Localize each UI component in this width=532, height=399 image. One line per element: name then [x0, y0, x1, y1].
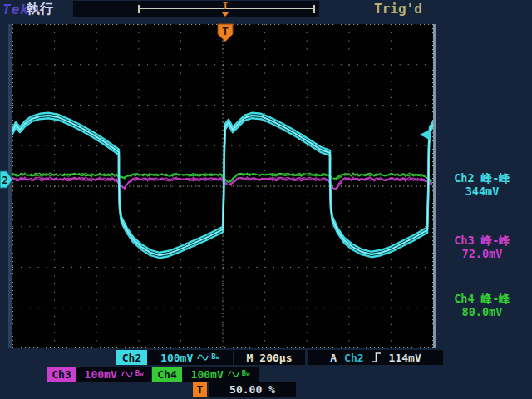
measurement-ch4-value: 80.0mV: [432, 305, 532, 318]
horizontal-trigger-position-readout: 50.00 %: [209, 382, 296, 397]
measurement-ch2-label: Ch2 峰-峰: [432, 171, 532, 185]
record-trigger-position-icon[interactable]: T: [219, 0, 231, 12]
ch4-name-badge: Ch4: [152, 367, 182, 382]
ch2-scale-value: 100mV: [160, 352, 193, 364]
timebase-value: 200µs: [259, 352, 292, 364]
measurement-ch4: Ch4 峰-峰 80.0mV: [432, 292, 532, 318]
ch4-ac-coupling-icon: [228, 370, 239, 378]
ch4-name-label: Ch4: [157, 368, 176, 381]
ch3-scale-value: 100mV: [85, 368, 117, 381]
ch3-bandwidth-limit-icon: Bw: [135, 370, 144, 378]
tek-logo: Tek: [2, 2, 29, 17]
ch2-scale-readout: 100mV Bw: [147, 350, 233, 365]
measurement-ch3-value: 72.0mV: [432, 247, 532, 260]
waveform-display: [12, 24, 433, 348]
measurement-ch2: Ch2 峰-峰 344mV: [432, 171, 532, 198]
ch4-scale-readout: 100mV Bw: [182, 367, 259, 382]
rising-edge-icon: [372, 352, 382, 363]
ch3-name-badge: Ch3: [47, 367, 76, 382]
trigger-source-label: Ch2: [344, 352, 363, 364]
oscilloscope-screen: 2 T Tek 執行 T Trig'd Ch2 峰-峰 344mV Ch3 峰-…: [0, 0, 532, 399]
ch3-ac-coupling-icon: [121, 370, 133, 378]
ch3-scale-readout: 100mV Bw: [76, 367, 151, 382]
horizontal-trigger-marker-badge: T: [193, 382, 207, 397]
ch2-name-label: Ch2: [122, 352, 141, 364]
record-view-left-bracket: [138, 5, 140, 13]
horizontal-trigger-marker-label: T: [197, 383, 204, 396]
ch4-scale-value: 100mV: [191, 368, 224, 381]
record-view-bar: [73, 1, 319, 17]
measurement-ch2-value: 344mV: [432, 185, 532, 198]
timebase-prefix: M: [247, 352, 254, 364]
measurement-ch4-label: Ch4 峰-峰: [432, 292, 532, 305]
ch2-bandwidth-limit-icon: Bw: [211, 353, 219, 362]
measurement-ch3: Ch3 峰-峰 72.0mV: [432, 234, 532, 260]
trigger-type-label: A: [330, 352, 337, 364]
acquisition-run-state: 執行: [27, 1, 53, 18]
ch2-ground-marker-label: 2: [2, 175, 7, 186]
trigger-level-value: 114mV: [389, 352, 421, 364]
ch4-bandwidth-limit-icon: Bw: [242, 370, 250, 378]
trigger-status: Trig'd: [374, 1, 422, 17]
ch2-name-badge: Ch2: [116, 350, 147, 365]
trigger-readout: A Ch2 114mV: [308, 350, 443, 365]
timebase-readout: M 200µs: [234, 350, 305, 365]
record-view-right-bracket: [313, 5, 315, 13]
measurement-ch3-label: Ch3 峰-峰: [432, 234, 532, 247]
graticule-left-edge: [8, 24, 12, 348]
trigger-position-caret-icon: [221, 12, 229, 17]
ch2-ac-coupling-icon: [197, 353, 209, 362]
ch3-name-label: Ch3: [52, 368, 71, 381]
horizontal-trigger-position-value: 50.00 %: [229, 383, 275, 396]
